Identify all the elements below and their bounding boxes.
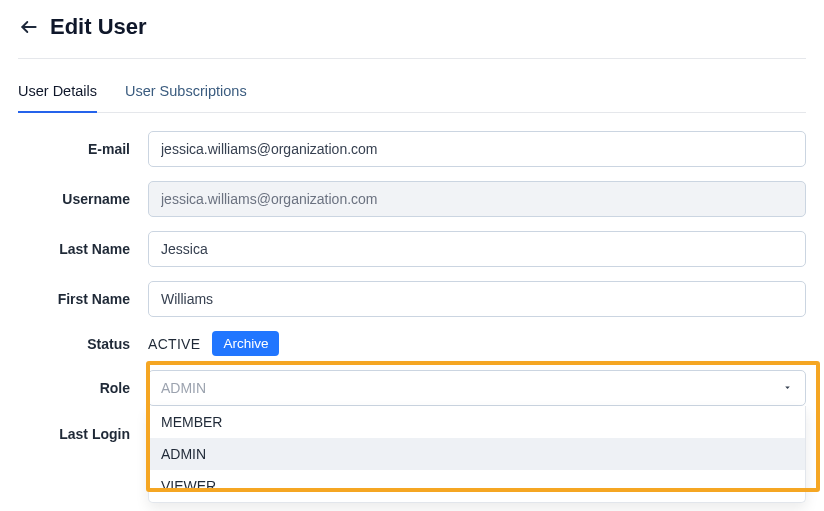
page-header: Edit User <box>18 14 806 59</box>
tab-user-subscriptions[interactable]: User Subscriptions <box>125 83 247 113</box>
username-field <box>148 181 806 217</box>
email-label: E-mail <box>18 141 148 157</box>
role-dropdown: MEMBER ADMIN VIEWER <box>148 406 806 503</box>
status-label: Status <box>18 336 148 352</box>
last-login-label: Last Login <box>18 420 148 442</box>
last-name-label: Last Name <box>18 241 148 257</box>
user-form: E-mail Username Last Name First Name Sta <box>18 113 806 442</box>
archive-button[interactable]: Archive <box>212 331 279 356</box>
role-select[interactable]: ADMIN <box>148 370 806 406</box>
tabs: User Details User Subscriptions <box>18 59 806 113</box>
chevron-down-icon <box>782 380 793 396</box>
role-option-admin[interactable]: ADMIN <box>149 438 805 470</box>
status-value: ACTIVE <box>148 336 200 352</box>
page-title: Edit User <box>50 14 147 40</box>
role-option-member[interactable]: MEMBER <box>149 406 805 438</box>
role-option-viewer[interactable]: VIEWER <box>149 470 805 502</box>
role-selected-value: ADMIN <box>161 380 206 396</box>
tab-user-details[interactable]: User Details <box>18 83 97 113</box>
username-row: Username <box>18 181 806 217</box>
role-row: Role ADMIN MEMBER ADMIN VIEWER <box>18 370 806 406</box>
first-name-row: First Name <box>18 281 806 317</box>
last-name-row: Last Name <box>18 231 806 267</box>
username-label: Username <box>18 191 148 207</box>
first-name-field[interactable] <box>148 281 806 317</box>
status-row: Status ACTIVE Archive <box>18 331 806 356</box>
back-arrow-icon[interactable] <box>18 16 40 38</box>
last-name-field[interactable] <box>148 231 806 267</box>
first-name-label: First Name <box>18 291 148 307</box>
email-row: E-mail <box>18 131 806 167</box>
email-field[interactable] <box>148 131 806 167</box>
role-label: Role <box>18 380 148 396</box>
